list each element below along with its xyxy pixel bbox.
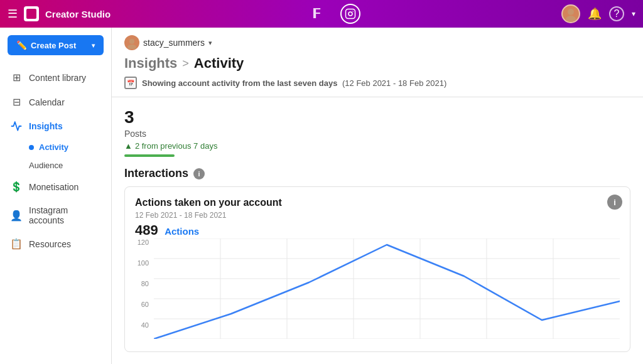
- stats-area: 3 Posts ▲ 2 from previous 7 days: [112, 97, 643, 167]
- chart-title: Actions taken on your account: [135, 197, 620, 208]
- sidebar-item-calendar[interactable]: ⊟ Calendar: [0, 90, 111, 114]
- create-post-chevron-icon: ▾: [92, 42, 95, 49]
- stat-change-text: 2 from previous 7 days: [135, 141, 218, 151]
- chart-value: 489: [135, 222, 158, 238]
- sidebar-label-resources: Resources: [29, 239, 71, 249]
- breadcrumb-parent: Insights: [124, 55, 177, 72]
- y-label-120: 120: [135, 238, 149, 246]
- sidebar-label-audience: Audience: [29, 161, 63, 170]
- resources-icon: 📋: [10, 238, 23, 250]
- interactions-title: Interactions: [124, 167, 188, 180]
- edit-icon: ✏️: [16, 40, 27, 50]
- svg-point-4: [566, 16, 576, 22]
- date-info: 📅 Showing account activity from the last…: [124, 77, 630, 89]
- sidebar-item-monetisation[interactable]: 💲 Monetisation: [0, 174, 111, 199]
- chart-card: Actions taken on your account 12 Feb 202…: [124, 186, 630, 352]
- chart-info-icon[interactable]: i: [607, 195, 622, 210]
- sidebar-item-instagram-accounts[interactable]: 👤 Instagram accounts: [0, 199, 111, 232]
- y-axis: 120 100 80 60 40: [135, 238, 154, 341]
- stat-change: ▲ 2 from previous 7 days: [124, 141, 630, 151]
- sidebar-item-insights[interactable]: Insights: [0, 114, 111, 138]
- account-name: stacy_summers: [143, 38, 205, 48]
- account-bar: stacy_summers ▾: [112, 28, 643, 51]
- content-library-icon: ⊞: [10, 72, 23, 83]
- date-info-label: Showing account activity from the last s…: [142, 78, 337, 88]
- breadcrumb: Insights > Activity: [124, 55, 630, 72]
- creator-studio-logo: [24, 6, 39, 21]
- calendar-small-icon: 📅: [124, 77, 137, 89]
- nav-left: ☰ Creator Studio: [8, 6, 111, 21]
- main-content: stacy_summers ▾ Insights > Activity 📅 Sh…: [112, 28, 643, 364]
- create-post-label: Create Post: [31, 41, 76, 50]
- account-selector[interactable]: stacy_summers ▾: [124, 35, 212, 50]
- breadcrumb-separator: >: [182, 57, 189, 70]
- svg-point-1: [349, 12, 352, 16]
- app-title: Creator Studio: [45, 9, 111, 19]
- breadcrumb-current: Activity: [194, 55, 244, 72]
- sidebar-sub-item-activity[interactable]: Activity: [0, 138, 111, 156]
- change-arrow-icon: ▲: [124, 141, 132, 151]
- insights-icon: [10, 120, 23, 132]
- facebook-nav-icon[interactable]: 𝗙: [312, 6, 322, 22]
- interactions-header: Interactions i: [112, 167, 643, 186]
- sidebar-item-content-library[interactable]: ⊞ Content library: [0, 65, 111, 90]
- sidebar-label-activity: Activity: [39, 142, 68, 152]
- chart-value-row: 489 Actions: [135, 222, 620, 238]
- help-icon[interactable]: ?: [609, 6, 624, 21]
- svg-point-2: [352, 11, 354, 12]
- sidebar-nav: ⊞ Content library ⊟ Calendar Insights Ac…: [0, 63, 111, 364]
- y-label-80: 80: [135, 280, 149, 287]
- date-info-text: Showing account activity from the last s…: [142, 78, 446, 88]
- user-avatar[interactable]: [561, 4, 580, 23]
- y-label-40: 40: [135, 321, 149, 329]
- active-dot: [29, 145, 34, 150]
- nav-right: 🔔 ? ▾: [561, 4, 635, 23]
- svg-point-6: [127, 45, 136, 49]
- main-layout: ✏️ Create Post ▾ ⊞ Content library ⊟ Cal…: [0, 28, 643, 364]
- svg-point-5: [129, 39, 134, 44]
- y-label-100: 100: [135, 259, 149, 267]
- sidebar-label-insights: Insights: [29, 121, 63, 131]
- top-navigation: ☰ Creator Studio 𝗙 🔔 ? ▾: [0, 0, 643, 28]
- instagram-nav-icon[interactable]: [340, 4, 360, 24]
- stat-label: Posts: [124, 129, 630, 139]
- sidebar-label-monetisation: Monetisation: [29, 182, 78, 192]
- instagram-accounts-icon: 👤: [10, 210, 23, 222]
- chart-inner: [154, 238, 620, 341]
- page-header: Insights > Activity 📅 Showing account ac…: [112, 51, 643, 97]
- interactions-info-icon[interactable]: i: [193, 168, 205, 179]
- sidebar-label-instagram-accounts: Instagram accounts: [29, 205, 101, 225]
- chart-svg: [154, 238, 620, 339]
- sidebar: ✏️ Create Post ▾ ⊞ Content library ⊟ Cal…: [0, 28, 112, 364]
- account-avatar: [124, 35, 139, 50]
- nav-chevron-icon[interactable]: ▾: [632, 9, 635, 18]
- date-info-range: (12 Feb 2021 - 18 Feb 2021): [342, 78, 446, 88]
- calendar-icon: ⊟: [10, 96, 23, 108]
- notifications-bell-icon[interactable]: 🔔: [588, 7, 602, 21]
- sidebar-sub-item-audience[interactable]: Audience: [0, 156, 111, 174]
- stat-number: 3: [124, 107, 630, 127]
- progress-bar: [124, 154, 175, 157]
- sidebar-label-content-library: Content library: [29, 73, 86, 83]
- create-post-button[interactable]: ✏️ Create Post ▾: [8, 35, 104, 55]
- chart-date-range: 12 Feb 2021 - 18 Feb 2021: [135, 211, 620, 220]
- account-chevron-icon: ▾: [208, 39, 212, 47]
- y-label-60: 60: [135, 301, 149, 308]
- svg-point-3: [568, 9, 574, 15]
- chart-value-label[interactable]: Actions: [165, 226, 199, 237]
- nav-center: 𝗙: [111, 4, 561, 24]
- svg-rect-0: [345, 9, 355, 19]
- sidebar-label-calendar: Calendar: [29, 97, 65, 107]
- monetisation-icon: 💲: [10, 181, 23, 193]
- hamburger-icon[interactable]: ☰: [8, 7, 18, 21]
- sidebar-item-resources[interactable]: 📋 Resources: [0, 232, 111, 256]
- chart-wrapper: 120 100 80 60 40: [135, 238, 620, 341]
